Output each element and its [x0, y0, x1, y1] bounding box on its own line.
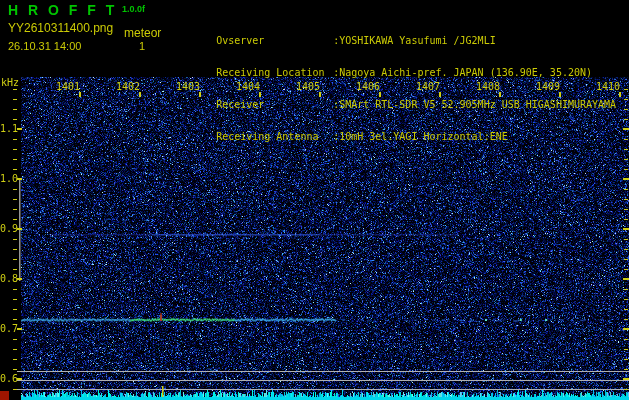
app-version: 1.0.0f: [122, 5, 145, 14]
info-row-observer: Ovserver:YOSHIKAWA Yasufumi /JG2MLI: [180, 26, 616, 38]
info-row-receiver: Receiver:SMArt RTL-SDR V5 52.905MHz USB …: [180, 90, 616, 102]
app-title: H R O F F T: [8, 3, 117, 17]
info-value: :SMArt RTL-SDR V5 52.905MHz USB HIGASHIM…: [333, 99, 616, 110]
info-row-antenna: Receiving Antenna:10mH 3el.YAGI Horizont…: [180, 122, 616, 134]
info-value: :Nagoya Aichi-pref. JAPAN (136.90E, 35.2…: [333, 67, 592, 78]
info-value: :YOSHIKAWA Yasufumi /JG2MLI: [333, 35, 496, 46]
info-value: :10mH 3el.YAGI Horizontal:ENE: [333, 131, 508, 142]
station-info: Ovserver:YOSHIKAWA Yasufumi /JG2MLI Rece…: [180, 6, 616, 154]
echo-count: 1: [139, 41, 145, 52]
observation-datetime: 26.10.31 14:00: [8, 41, 81, 52]
hrofft-window: H R O F F T 1.0.0f YY2610311400.png mete…: [0, 0, 629, 400]
output-filename: YY2610311400.png: [8, 22, 113, 34]
info-label: Receiver: [216, 100, 333, 110]
info-row-location: Receiving Location:Nagoya Aichi-pref. JA…: [180, 58, 616, 70]
info-label: Ovserver: [216, 36, 333, 46]
mode-label: meteor: [124, 27, 161, 39]
info-label: Receiving Antenna: [216, 132, 333, 142]
info-label: Receiving Location: [216, 68, 333, 78]
